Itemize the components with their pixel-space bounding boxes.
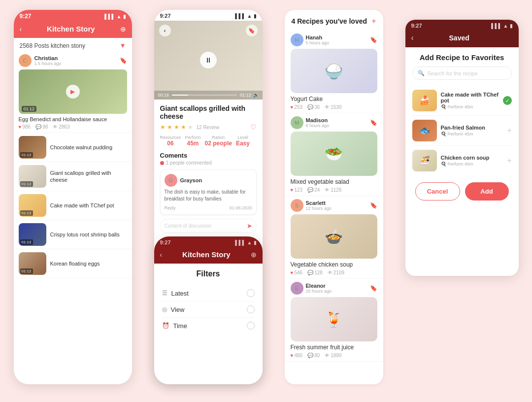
madison-recipe-name: Mixed vegetable salad xyxy=(291,178,377,185)
time-start: 00:16 xyxy=(158,93,169,98)
eleanor-time: 20 hours ago xyxy=(306,289,332,294)
list-item-cake[interactable]: 01:12 Cake made with TChef pot xyxy=(14,191,132,220)
main-feed-item: C Christian 1.5 hours ago 🔖 ▶ 01:12 Egg … xyxy=(14,51,132,133)
p4-body: Add Recipe to Favorites 🔍 Search for the… xyxy=(405,47,519,206)
radio-view[interactable] xyxy=(247,305,255,313)
meta-value-level: Easy xyxy=(236,140,250,147)
status-icons-1: ▌▌▌ ▲ ▮ xyxy=(104,14,126,19)
subheader-1: 2568 Posts kitchen stony ▼ xyxy=(14,38,132,51)
fav-info-salmon: Pan-fried Salmon 🍳 Perform 45m xyxy=(441,125,503,136)
main-post-image[interactable]: ▶ 01:12 xyxy=(19,69,127,114)
filter-item-time[interactable]: ⏰ Time xyxy=(162,318,255,334)
header-1: ‹ Kitchen Story ⊕ xyxy=(14,22,132,38)
add-recipe-icon[interactable]: + xyxy=(371,17,376,26)
soup-thumb-content: 🍜 xyxy=(419,155,430,166)
avatar-eleanor: E xyxy=(291,282,303,295)
list-item-korean[interactable]: 01:12 Korean floating eggs xyxy=(14,249,132,278)
add-button[interactable]: Add xyxy=(465,182,509,201)
play-button[interactable]: ▶ xyxy=(66,85,80,99)
p4-actions: Cancel Add xyxy=(412,182,512,201)
fav-perform-cake: Perform 45m xyxy=(448,104,473,109)
recipe-meta: Resources 06 Perform 45m Ration 02 peopl… xyxy=(160,135,257,147)
fav-check-cake[interactable]: ✓ xyxy=(503,96,512,105)
duration-choc: 01:12 xyxy=(20,152,33,158)
meta-level: Level Easy xyxy=(236,135,250,147)
view-icon-eleanor: 👁 xyxy=(325,353,330,358)
views-hanah: 1530 xyxy=(331,104,341,110)
fav-add-salmon[interactable]: + xyxy=(507,126,511,135)
meta-value-ration: 02 people xyxy=(205,140,232,147)
p4-search-bar[interactable]: 🔍 Search for the recipe xyxy=(412,67,512,80)
likes-madison: 123 xyxy=(294,187,302,193)
pause-button[interactable]: ⏸ xyxy=(200,52,217,68)
madison-time: 8 hours ago xyxy=(306,123,330,128)
likes-main: 986 xyxy=(22,124,31,130)
view-icon-main: 👁 xyxy=(53,124,58,130)
search-button-1[interactable]: ⊕ xyxy=(120,25,126,33)
hanah-details: Hanah 5 hours ago xyxy=(306,34,330,45)
star-2: ★ xyxy=(167,124,172,131)
heart-icon-recipe[interactable]: ♡ xyxy=(250,123,257,131)
heart-hanah: ♥ xyxy=(291,104,294,110)
views-madison: 1126 xyxy=(331,187,341,193)
list-item-lotus[interactable]: 01:12 Crispy lotus root shrimp balls xyxy=(14,220,132,249)
wifi-icon: ▲ xyxy=(117,14,122,19)
user-row-madison: M Madison 8 hours ago 🔖 xyxy=(291,116,377,129)
reply-link[interactable]: Reply xyxy=(165,205,176,210)
p4-search-input[interactable]: Search for the recipe xyxy=(428,70,506,76)
fav-item-soup[interactable]: 🍜 Chicken corn soup 🍳 Perform 45m + xyxy=(412,146,512,175)
fav-add-soup[interactable]: + xyxy=(507,156,511,165)
fav-meta-soup: 🍳 Perform 45m xyxy=(441,162,503,167)
view-icon-hanah: 👁 xyxy=(325,104,330,110)
filter-header-title: Kitchen Story xyxy=(162,250,250,259)
cancel-button[interactable]: Cancel xyxy=(415,182,460,201)
meta-label-resources: Resources xyxy=(160,135,181,140)
p4-wifi: ▲ xyxy=(503,23,508,29)
recipe-title: Giant scallops grilled with cheese xyxy=(160,104,257,120)
bookmark-eleanor[interactable]: 🔖 xyxy=(370,285,377,292)
fav-name-cake: Cake made with TChef pot xyxy=(441,92,499,103)
p4-status-time: 9:27 xyxy=(411,23,422,29)
bookmark-hero[interactable]: 🔖 xyxy=(246,25,258,36)
meta-ration: Ration 02 people xyxy=(205,135,232,147)
likes-eleanor: 480 xyxy=(294,353,302,358)
hanah-recipe-name: Yogurt Cake xyxy=(291,96,377,102)
fav-info-soup: Chicken corn soup 🍳 Perform 45m xyxy=(441,155,503,167)
bookmark-christian[interactable]: 🔖 xyxy=(120,57,127,64)
fav-item-cake[interactable]: 🍰 Cake made with TChef pot 🍳 Perform 45m… xyxy=(412,86,512,116)
filter-item-view[interactable]: ◎ View xyxy=(162,302,255,318)
duration-scallops: 01:12 xyxy=(20,181,33,187)
list-item-scallops[interactable]: 01:12 Giant scallops grilled with cheese xyxy=(14,162,132,191)
radio-time[interactable] xyxy=(247,322,255,330)
scarlett-recipe-name: Vegetable chicken soup xyxy=(291,261,377,268)
fav-thumb-salmon: 🐟 xyxy=(412,120,437,141)
back-button-2[interactable]: ‹ xyxy=(159,25,171,36)
filter-search[interactable]: ⊕ xyxy=(251,251,257,259)
user-info-hanah: H Hanah 5 hours ago xyxy=(291,34,330,46)
thumb-cake: 01:12 xyxy=(19,194,46,217)
title-choc: Chocolate walnut pudding xyxy=(50,144,113,151)
comment-icon-eleanor: 💬 xyxy=(307,353,313,358)
scarlett-time: 12 hours ago xyxy=(306,206,332,211)
bookmark-hanah[interactable]: 🔖 xyxy=(370,36,377,43)
duration-korean: 01:12 xyxy=(20,268,33,274)
comment-input[interactable]: Content of discussion xyxy=(165,223,244,229)
heart-icon-main: ♥ xyxy=(19,124,22,130)
filter-item-latest[interactable]: ☰ Latest xyxy=(162,285,255,302)
filter-icon[interactable]: ▼ xyxy=(120,42,126,49)
list-item-choc[interactable]: 01:12 Chocolate walnut pudding xyxy=(14,133,132,162)
comments-main: 98 xyxy=(42,124,48,130)
kitchen-story-panel: 9:27 ▌▌▌ ▲ ▮ ‹ Kitchen Story ⊕ 2568 Post… xyxy=(14,10,132,384)
bookmark-scarlett[interactable]: 🔖 xyxy=(370,202,377,209)
filter-panel: 9:27 ▌▌▌ ▲ ▮ ‹ Kitchen Story ⊕ Filters ☰… xyxy=(154,236,263,384)
hanah-time: 5 hours ago xyxy=(306,40,330,45)
bookmark-madison[interactable]: 🔖 xyxy=(370,119,377,126)
filter-item-left-view: ◎ View xyxy=(162,306,185,313)
comment-input-row[interactable]: Content of discussion ➤ xyxy=(160,219,257,233)
send-icon[interactable]: ➤ xyxy=(247,222,252,230)
filter-body: Filters ☰ Latest ◎ View ⏰ Time xyxy=(154,264,263,339)
volume-icon: 🔊 xyxy=(253,93,259,98)
loved-item-madison: M Madison 8 hours ago 🔖 🥗 Mixed vegetabl… xyxy=(285,113,383,196)
radio-latest[interactable] xyxy=(247,289,255,297)
fav-item-salmon[interactable]: 🐟 Pan-fried Salmon 🍳 Perform 45m + xyxy=(412,116,512,146)
